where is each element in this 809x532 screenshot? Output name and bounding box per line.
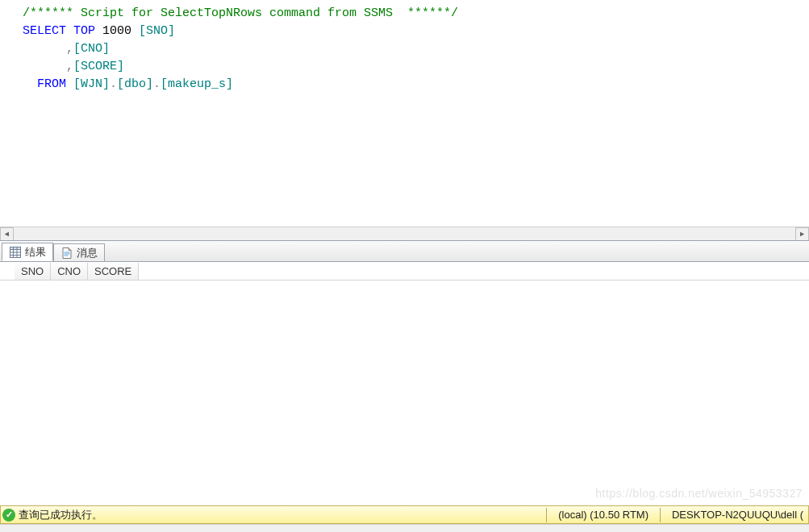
tab-messages[interactable]: 消息 xyxy=(53,243,105,261)
scroll-right-button[interactable]: ► xyxy=(795,227,809,240)
grid-icon xyxy=(9,246,22,259)
document-icon xyxy=(60,247,73,260)
status-server: (local) (10.50 RTM) xyxy=(553,509,653,521)
status-user: DESKTOP-N2QUUQU\dell ( xyxy=(667,509,808,521)
scroll-left-button[interactable]: ◄ xyxy=(0,227,14,240)
success-icon: ✓ xyxy=(2,509,15,522)
svg-rect-1 xyxy=(10,247,21,249)
results-grid[interactable]: SNOCNOSCORE xyxy=(0,262,809,498)
sql-editor[interactable]: /****** Script for SelectTopNRows comman… xyxy=(0,0,809,240)
status-bar: ✓ 查询已成功执行。 (local) (10.50 RTM) DESKTOP-N… xyxy=(0,505,809,524)
scroll-track[interactable] xyxy=(14,227,795,240)
tab-results-label: 结果 xyxy=(25,245,46,260)
tab-messages-label: 消息 xyxy=(77,246,98,260)
tab-results[interactable]: 结果 xyxy=(2,243,53,261)
bottom-edge xyxy=(0,524,809,532)
editor-hscrollbar[interactable]: ◄ ► xyxy=(0,227,809,240)
status-text: 查询已成功执行。 xyxy=(19,508,102,522)
grid-column-header[interactable]: SNO xyxy=(15,263,51,280)
results-tabs: 结果 消息 xyxy=(0,240,809,262)
status-separator xyxy=(660,508,661,522)
grid-column-header[interactable]: CNO xyxy=(51,263,88,280)
grid-column-header[interactable]: SCORE xyxy=(88,263,139,280)
grid-header-row: SNOCNOSCORE xyxy=(0,263,809,281)
status-separator xyxy=(546,508,547,522)
